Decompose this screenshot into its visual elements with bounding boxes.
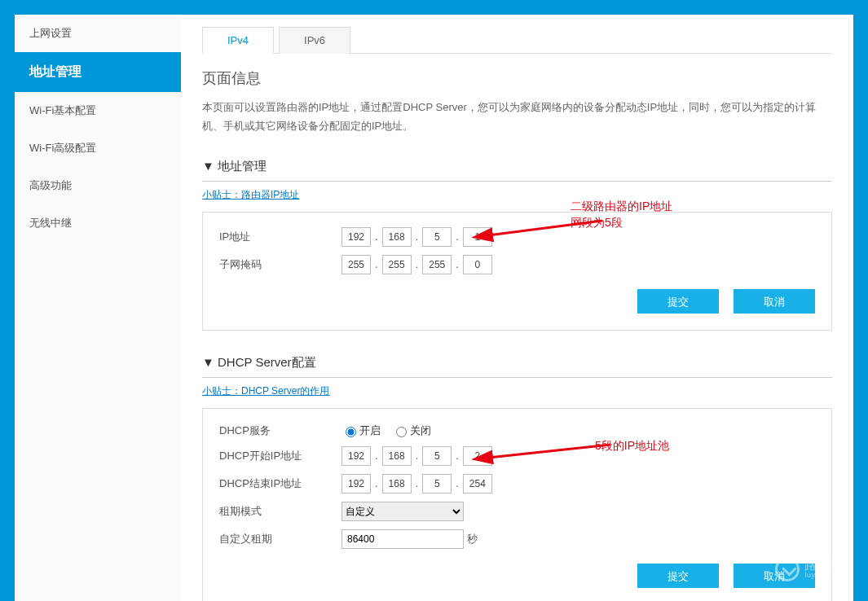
page-description: 本页面可以设置路由器的IP地址，通过配置DHCP Server，您可以为家庭网络…	[202, 98, 832, 136]
dhcp-end-label: DHCP结束IP地址	[219, 476, 341, 491]
end-oct-1[interactable]	[341, 474, 371, 494]
start-oct-3[interactable]	[422, 446, 452, 466]
addr-cancel-button[interactable]: 取消	[734, 289, 815, 314]
sidebar: 上网设置 地址管理 Wi-Fi基本配置 Wi-Fi高级配置 高级功能 无线中继	[15, 15, 181, 601]
tabs: IPv4 IPv6	[202, 26, 832, 54]
tip-router-ip[interactable]: 小贴士：路由器IP地址	[202, 188, 299, 202]
sidebar-item-advanced[interactable]: 高级功能	[15, 167, 181, 204]
section-address-head[interactable]: ▼ 地址管理	[202, 154, 832, 182]
page-title: 页面信息	[202, 68, 832, 88]
ip-label: IP地址	[219, 230, 341, 244]
mask-oct-1[interactable]	[341, 255, 371, 274]
start-oct-2[interactable]	[382, 446, 412, 466]
ip-oct-1[interactable]	[341, 227, 371, 247]
dhcp-submit-button[interactable]: 提交	[637, 564, 719, 588]
section-dhcp-head[interactable]: ▼ DHCP Server配置	[202, 350, 832, 378]
dhcp-off-radio[interactable]: 关闭	[392, 423, 431, 438]
addr-submit-button[interactable]: 提交	[637, 289, 719, 314]
sidebar-item-address[interactable]: 地址管理	[15, 52, 181, 92]
end-oct-4[interactable]	[463, 474, 492, 494]
sidebar-item-wifi-advanced[interactable]: Wi-Fi高级配置	[15, 129, 181, 167]
sidebar-item-internet[interactable]: 上网设置	[15, 15, 181, 52]
start-oct-4[interactable]	[463, 446, 492, 466]
mask-oct-4[interactable]	[463, 255, 492, 274]
start-oct-1[interactable]	[341, 446, 371, 466]
dhcp-service-label: DHCP服务	[219, 423, 341, 438]
ip-oct-2[interactable]	[382, 227, 412, 247]
custom-lease-label: 自定义租期	[219, 532, 341, 546]
lease-unit: 秒	[467, 532, 478, 546]
watermark-title: 路由器	[804, 559, 848, 572]
sidebar-item-relay[interactable]: 无线中继	[15, 204, 181, 242]
address-panel: IP地址 . . . 子网掩码 . . .	[202, 212, 832, 331]
ip-oct-4[interactable]	[463, 227, 492, 247]
sidebar-item-wifi-basic[interactable]: Wi-Fi基本配置	[15, 92, 181, 129]
mask-oct-3[interactable]	[422, 255, 452, 274]
dhcp-start-label: DHCP开始IP地址	[219, 449, 341, 463]
mask-label: 子网掩码	[219, 257, 341, 272]
tip-dhcp[interactable]: 小贴士：DHCP Server的作用	[202, 384, 329, 398]
custom-lease-input[interactable]	[341, 529, 464, 549]
lease-mode-select[interactable]: 自定义	[341, 502, 464, 521]
dhcp-on-radio[interactable]: 开启	[341, 423, 381, 438]
tab-ipv6[interactable]: IPv6	[279, 27, 350, 54]
ip-oct-3[interactable]	[422, 227, 452, 247]
watermark-icon	[775, 557, 800, 581]
main-content: IPv4 IPv6 页面信息 本页面可以设置路由器的IP地址，通过配置DHCP …	[181, 15, 853, 601]
watermark-sub: luyouqi.com	[804, 572, 848, 580]
end-oct-3[interactable]	[422, 474, 452, 494]
tab-ipv4[interactable]: IPv4	[202, 27, 274, 54]
dhcp-panel: DHCP服务 开启 关闭 DHCP开始IP地址 . . . DHCP结束IP地址	[202, 408, 832, 601]
end-oct-2[interactable]	[382, 474, 412, 494]
lease-mode-label: 租期模式	[219, 504, 341, 519]
mask-oct-2[interactable]	[382, 255, 412, 274]
watermark: 路由器 luyouqi.com	[775, 557, 848, 581]
